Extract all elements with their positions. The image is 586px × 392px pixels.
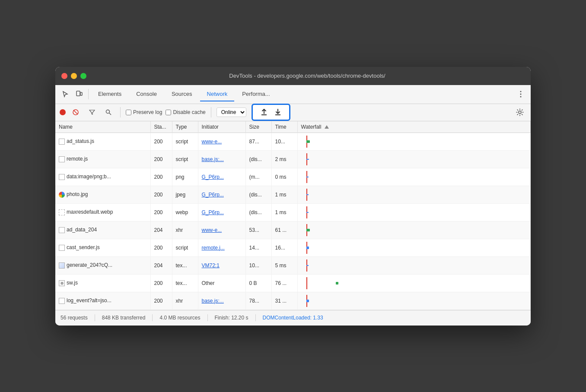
block-requests-button[interactable]: [69, 106, 82, 119]
col-header-type[interactable]: Type: [172, 121, 198, 133]
cell-waterfall: [297, 203, 531, 221]
svg-rect-1: [80, 92, 82, 95]
waterfall-bar: [306, 229, 310, 231]
preserve-log-checkbox[interactable]: Preserve log: [126, 109, 162, 115]
resources-size: 4.0 MB resources: [159, 315, 200, 321]
cell-waterfall: [297, 239, 531, 256]
tab-elements[interactable]: Elements: [91, 87, 128, 101]
transferred-size: 848 KB transferred: [102, 315, 146, 321]
table-row[interactable]: data:image/png;b...200pngG_P6rp...(m...0…: [55, 168, 531, 186]
upload-button[interactable]: [257, 106, 271, 118]
table-row[interactable]: maxresdefault.webp200webpG_P6rp...(dis..…: [55, 203, 531, 221]
cell-initiator[interactable]: Other: [198, 274, 245, 292]
cell-status: 204: [150, 256, 172, 274]
device-toggle-button[interactable]: [73, 88, 86, 101]
tab-console[interactable]: Console: [129, 87, 164, 101]
minimize-button[interactable]: [71, 73, 77, 79]
svg-point-3: [520, 94, 522, 95]
cell-waterfall: [297, 292, 531, 310]
table-row[interactable]: generate_204?cQ...204tex...VM72:110...5 …: [55, 256, 531, 274]
waterfall-bar: [306, 212, 309, 213]
cell-initiator[interactable]: base.js:...: [198, 150, 245, 168]
cell-name: ad_status.js: [55, 133, 150, 150]
disable-cache-checkbox[interactable]: Disable cache: [166, 109, 205, 115]
tab-sources[interactable]: Sources: [165, 87, 199, 101]
cell-name: photo.jpg: [55, 186, 150, 203]
col-header-size[interactable]: Size: [245, 121, 271, 133]
table-row[interactable]: log_event?alt=jso...200xhrbase.js:...78.…: [55, 292, 531, 310]
cell-status: 200: [150, 133, 172, 150]
cell-waterfall: [297, 221, 531, 239]
devtools-window: DevTools - developers.google.com/web/too…: [55, 67, 531, 326]
cell-time: 76 ...: [271, 274, 297, 292]
table-row[interactable]: remote.js200scriptbase.js:...(dis...2 ms: [55, 150, 531, 168]
cell-type: script: [172, 150, 198, 168]
svg-point-9: [519, 111, 521, 114]
cell-initiator[interactable]: VM72:1: [198, 256, 245, 274]
cell-name: remote.js: [55, 150, 150, 168]
cell-initiator[interactable]: G_P6rp...: [198, 186, 245, 203]
cursor-tool-button[interactable]: [59, 88, 72, 101]
filter-button[interactable]: [86, 106, 99, 119]
cell-initiator[interactable]: base.js:...: [198, 292, 245, 310]
cell-time: 1 ms: [271, 186, 297, 203]
cell-size: (dis...: [245, 203, 271, 221]
table-row[interactable]: ad_data_204204xhrwww-e...53...61 ...: [55, 221, 531, 239]
svg-point-2: [520, 91, 522, 92]
cell-status: 200: [150, 168, 172, 186]
svg-line-8: [109, 113, 111, 115]
gear-icon: [516, 108, 524, 116]
cell-status: 200: [150, 186, 172, 203]
col-header-time[interactable]: Time: [271, 121, 297, 133]
record-button[interactable]: [60, 109, 66, 115]
download-button[interactable]: [271, 106, 285, 118]
search-button[interactable]: [102, 106, 115, 119]
col-header-initiator[interactable]: Initiator: [198, 121, 245, 133]
cell-initiator[interactable]: G_P6rp...: [198, 168, 245, 186]
svg-point-7: [106, 110, 110, 114]
table-row[interactable]: ad_status.js200scriptwww-e...87...10...: [55, 133, 531, 150]
cell-status: 200: [150, 150, 172, 168]
cell-size: (m...: [245, 168, 271, 186]
toolbar-separator: [88, 89, 89, 99]
cell-size: 53...: [245, 221, 271, 239]
svg-line-6: [73, 110, 78, 114]
title-bar: DevTools - developers.google.com/web/too…: [55, 67, 531, 85]
cell-type: webp: [172, 203, 198, 221]
table-row[interactable]: cast_sender.js200scriptremote.j...14...1…: [55, 239, 531, 256]
cell-initiator[interactable]: G_P6rp...: [198, 203, 245, 221]
window-title: DevTools - developers.google.com/web/too…: [90, 73, 525, 79]
cell-type: script: [172, 133, 198, 150]
cell-initiator[interactable]: www-e...: [198, 133, 245, 150]
cell-initiator[interactable]: www-e...: [198, 221, 245, 239]
cell-size: 0 B: [245, 274, 271, 292]
close-button[interactable]: [61, 73, 67, 79]
col-header-waterfall[interactable]: Waterfall: [297, 121, 531, 133]
network-table: Name Sta... Type Initiator Size: [55, 121, 531, 310]
sort-arrow-icon: [325, 125, 329, 129]
maximize-button[interactable]: [80, 73, 86, 79]
status-bar: 56 requests 848 KB transferred 4.0 MB re…: [55, 310, 531, 326]
throttling-select[interactable]: Online: [217, 107, 246, 117]
col-header-status[interactable]: Sta...: [150, 121, 172, 133]
waterfall-bar: [336, 282, 338, 285]
svg-rect-0: [76, 91, 80, 96]
cell-type: tex...: [172, 274, 198, 292]
cell-initiator[interactable]: remote.j...: [198, 239, 245, 256]
cell-size: 14...: [245, 239, 271, 256]
cell-name: cast_sender.js: [55, 239, 150, 256]
table-row[interactable]: photo.jpg200jpegG_P6rp...(dis...1 ms: [55, 186, 531, 203]
cell-name: log_event?alt=jso...: [55, 292, 150, 310]
cell-size: (dis...: [245, 150, 271, 168]
waterfall-bar: [306, 194, 309, 195]
more-options-button[interactable]: [514, 88, 527, 101]
tab-performance[interactable]: Performa...: [235, 87, 277, 101]
upload-download-box: [252, 104, 290, 121]
tab-network[interactable]: Network: [200, 87, 235, 101]
cell-size: 78...: [245, 292, 271, 310]
settings-button[interactable]: [513, 106, 526, 119]
table-row[interactable]: ⚙sw.js200tex...Other0 B76 ...: [55, 274, 531, 292]
waterfall-bar: [306, 265, 309, 266]
col-header-name[interactable]: Name: [55, 121, 150, 133]
dom-content-loaded: DOMContentLoaded: 1.33: [263, 315, 323, 321]
